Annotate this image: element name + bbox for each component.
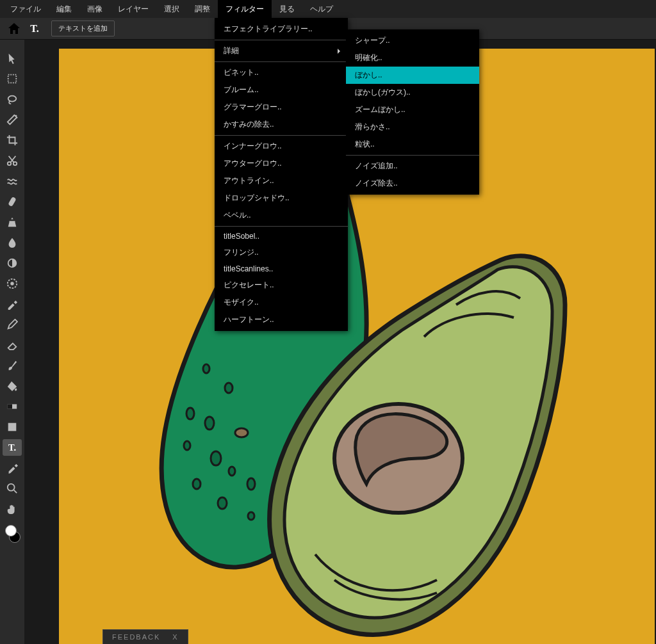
feedback-label: FEEDBACK: [112, 633, 160, 641]
menu-3[interactable]: レイヤー: [110, 0, 156, 19]
eraser-tool[interactable]: [3, 337, 22, 353]
filter-item-15[interactable]: モザイク..: [215, 294, 348, 311]
filter-menu-dropdown: エフェクトライブラリー..詳細ビネット..ブルーム..グラマーグロー..かすみの…: [215, 18, 348, 331]
filter-sub-item-6[interactable]: 粒状..: [346, 136, 479, 153]
menu-2[interactable]: 画像: [79, 0, 110, 19]
filter-sub-item-8[interactable]: ノイズ除去..: [346, 175, 479, 192]
filter-item-12[interactable]: フリンジ..: [215, 244, 348, 261]
svg-point-7: [10, 282, 13, 285]
dodge-tool[interactable]: [3, 255, 22, 271]
separator: [215, 61, 348, 62]
filter-item-1[interactable]: 詳細: [215, 42, 348, 60]
svg-point-23: [203, 364, 209, 373]
hand-tool[interactable]: [3, 501, 22, 517]
filter-item-6[interactable]: インナーグロウ..: [215, 138, 348, 155]
menu-6[interactable]: フィルター: [218, 0, 272, 19]
filter-item-3[interactable]: ブルーム..: [215, 81, 348, 99]
fg-color-swatch[interactable]: [5, 525, 17, 536]
filter-item-9[interactable]: ドロップシャドウ..: [215, 189, 348, 207]
filter-detail-submenu: シャープ..明確化..ぼかし..ぼかし(ガウス)..ズームぼかし..滑らかさ..…: [346, 29, 479, 195]
filter-item-8[interactable]: アウトライン..: [215, 172, 348, 189]
marquee-tool[interactable]: [3, 70, 22, 87]
cut-tool[interactable]: [3, 152, 22, 169]
filter-item-11[interactable]: titleSobel..: [215, 229, 348, 244]
wand-tool[interactable]: [3, 111, 22, 128]
blur-tool[interactable]: [3, 234, 22, 251]
svg-point-24: [225, 383, 233, 393]
fill-tool[interactable]: [3, 378, 22, 394]
filter-item-4[interactable]: グラマーグロー..: [215, 99, 348, 116]
filter-item-2[interactable]: ビネット..: [215, 64, 348, 81]
svg-point-17: [235, 428, 248, 437]
liquify-tool[interactable]: [3, 173, 22, 189]
filter-sub-item-5[interactable]: 滑らかさ..: [346, 118, 479, 136]
svg-point-22: [248, 512, 254, 520]
filter-item-14[interactable]: ピクセレート..: [215, 277, 348, 294]
filter-item-16[interactable]: ハーフトーン..: [215, 311, 348, 328]
clone-tool[interactable]: [3, 214, 22, 230]
shape-tool[interactable]: [3, 419, 22, 435]
filter-item-10[interactable]: ベベル..: [215, 207, 348, 224]
menubar: ファイル編集画像レイヤー選択調整フィルター見るヘルプ: [0, 0, 656, 18]
filter-sub-item-7[interactable]: ノイズ追加..: [346, 157, 479, 175]
svg-rect-9: [8, 404, 12, 408]
arrow-tool[interactable]: [3, 50, 22, 67]
svg-rect-0: [8, 75, 17, 83]
lasso-tool[interactable]: [3, 91, 22, 108]
tool-sidebar: T.: [0, 40, 24, 644]
text-tool[interactable]: T.: [3, 439, 22, 456]
separator: [215, 40, 348, 40]
filter-item-0[interactable]: エフェクトライブラリー..: [215, 20, 348, 38]
feedback-tab[interactable]: FEEDBACK X: [102, 629, 188, 644]
menu-4[interactable]: 選択: [156, 0, 187, 19]
menu-0[interactable]: ファイル: [3, 0, 49, 19]
home-icon[interactable]: [6, 21, 22, 36]
svg-rect-4: [8, 197, 16, 207]
svg-rect-10: [8, 423, 17, 431]
svg-point-19: [229, 467, 235, 476]
svg-point-15: [184, 441, 190, 450]
menu-7[interactable]: 見る: [272, 0, 302, 19]
heal-tool[interactable]: [3, 193, 22, 210]
filter-sub-item-0[interactable]: シャープ..: [346, 32, 479, 49]
svg-point-18: [193, 479, 201, 489]
svg-point-16: [211, 451, 221, 465]
filter-sub-item-4[interactable]: ズームぼかし..: [346, 101, 479, 118]
colorpick-tool[interactable]: [3, 296, 22, 312]
brush-tool[interactable]: [3, 357, 22, 374]
svg-point-12: [8, 484, 15, 491]
svg-point-21: [218, 497, 227, 509]
svg-point-20: [247, 478, 255, 490]
filter-sub-item-1[interactable]: 明確化..: [346, 49, 479, 67]
add-text-button[interactable]: テキストを追加: [51, 20, 115, 36]
filter-item-13[interactable]: titleScanlines..: [215, 261, 348, 277]
svg-text:T.: T.: [8, 442, 16, 453]
separator: [215, 226, 348, 227]
color-swatches[interactable]: [4, 525, 20, 544]
crop-tool[interactable]: [3, 132, 22, 149]
svg-point-14: [205, 417, 214, 430]
text-tool-icon[interactable]: T.: [27, 21, 42, 36]
menu-8[interactable]: ヘルプ: [302, 0, 341, 19]
filter-sub-item-3[interactable]: ぼかし(ガウス)..: [346, 84, 479, 101]
sponge-tool[interactable]: [3, 275, 22, 292]
menu-1[interactable]: 編集: [49, 0, 79, 19]
close-icon[interactable]: X: [172, 633, 178, 641]
pen-tool[interactable]: [3, 316, 22, 333]
zoom-tool[interactable]: [3, 480, 22, 497]
filter-sub-item-2[interactable]: ぼかし..: [346, 67, 479, 84]
svg-point-13: [186, 408, 194, 419]
separator: [215, 135, 348, 136]
menu-5[interactable]: 調整: [187, 0, 218, 19]
filter-item-5[interactable]: かすみの除去..: [215, 116, 348, 133]
gradient-tool[interactable]: [3, 398, 22, 415]
filter-item-7[interactable]: アウターグロウ..: [215, 155, 348, 172]
separator: [346, 155, 479, 156]
eyedropper-tool[interactable]: [3, 460, 22, 476]
